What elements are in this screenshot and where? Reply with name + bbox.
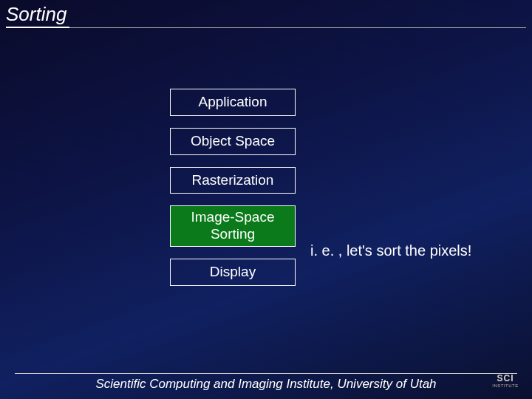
- stage-image-space-sorting: Image-Space Sorting: [170, 205, 296, 247]
- pipeline-stack: Application Object Space Rasterization I…: [170, 89, 296, 286]
- annotation-text: i. e. , let's sort the pixels!: [310, 242, 471, 259]
- page-title: Sorting: [6, 3, 69, 28]
- title-underline: [6, 27, 526, 28]
- stage-rasterization: Rasterization: [170, 167, 296, 194]
- footer-divider: [15, 373, 517, 374]
- footer-attribution: Scientific Computing and Imaging Institu…: [0, 377, 532, 392]
- stage-application: Application: [170, 89, 296, 116]
- footer: Scientific Computing and Imaging Institu…: [0, 373, 532, 392]
- stage-object-space: Object Space: [170, 128, 296, 155]
- sci-logo: SCI INSTITUTE: [489, 369, 522, 392]
- stage-display: Display: [170, 259, 296, 286]
- logo-line1: SCI: [497, 374, 514, 383]
- logo-line2: INSTITUTE: [492, 383, 519, 388]
